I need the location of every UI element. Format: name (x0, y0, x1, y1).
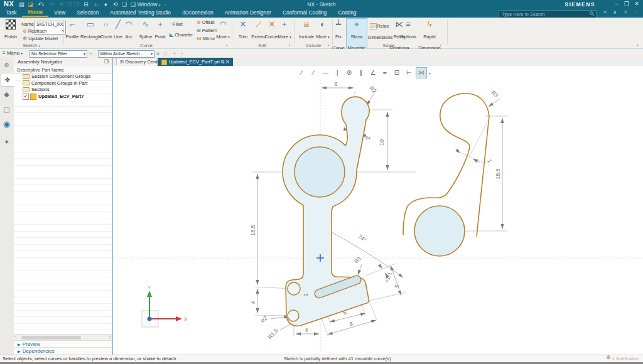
constraint-vertical-icon[interactable]: ❘ (332, 68, 342, 78)
tab-home[interactable]: Home (22, 9, 48, 17)
fillet-button[interactable]: ◝Fillet (170, 21, 183, 28)
minimize-button[interactable]: – (612, 1, 622, 7)
group-label-include: Include (295, 43, 332, 48)
close-button[interactable]: ✕ (632, 1, 642, 7)
reattach-button[interactable]: ⊛Reattach (23, 28, 47, 35)
x-axis-label: X (184, 316, 188, 322)
sketch-right-edge-line[interactable] (477, 116, 489, 237)
print-icon[interactable]: ⊟ (84, 1, 89, 8)
tab-view[interactable]: View (48, 9, 71, 17)
paste-icon[interactable]: ❐ (74, 1, 79, 8)
profile-button[interactable]: ⌐Profile (63, 19, 82, 41)
mirror-button[interactable]: ⋈Mirror (197, 36, 215, 42)
sketch-hole-upper[interactable] (288, 282, 300, 295)
fullscreen-icon[interactable]: ⌗ (603, 9, 607, 16)
scroll-right-icon[interactable]: › (109, 335, 111, 339)
edit-more-icon: + (277, 19, 292, 29)
spline-button[interactable]: ∿Spline (136, 19, 155, 41)
graphics-window[interactable]: 6 R2 10 2 18.5 4 74° R1 ≈1.1 5 1 6 8 ⌀2 … (113, 66, 643, 355)
update-model-button[interactable]: ⚙Update Model (23, 36, 58, 42)
x-axis-arrow-icon (176, 316, 182, 321)
select-shade-icon[interactable]: ◇ (163, 50, 168, 57)
selection-scope-select[interactable]: Within Active Sketch ...▾ (98, 50, 154, 58)
finish-sketch-button[interactable]: Finish (1, 19, 20, 41)
constraint-perpendicular-icon[interactable]: ∠ (368, 68, 378, 78)
tab-task[interactable]: Task (0, 9, 22, 17)
tab-3dconnexion[interactable]: 3Dconnexion (176, 9, 219, 17)
constraint-midpoint-icon[interactable]: ⊢ (404, 68, 414, 78)
rectangle-button[interactable]: ▭Rectangle (80, 19, 100, 41)
restore-button[interactable]: ❐ (622, 1, 632, 7)
chamfer-button[interactable]: ◣Chamfer (170, 32, 193, 38)
checkbox-checked-icon[interactable]: ✓ (23, 94, 29, 100)
toolbar-more-icon[interactable]: ▾ (181, 50, 183, 57)
constraint-equal-icon[interactable]: ＝ (380, 68, 390, 78)
favorites-icon[interactable]: ★▾ (93, 1, 100, 9)
constraint-point-on-curve-icon[interactable]: ∕ (308, 68, 318, 78)
tab-coating[interactable]: Coating (332, 9, 362, 17)
search-input[interactable]: Type Here to Search (499, 10, 597, 18)
redo-icon[interactable]: ↷ (49, 1, 54, 8)
arc-button[interactable]: ◠Arc (122, 19, 135, 41)
snap-point-icon[interactable]: ⌖ (89, 50, 92, 57)
auto-constrain-icon[interactable]: ⋈ (416, 67, 427, 78)
relax-dimensions-button[interactable]: 10Relax Dimensions (368, 19, 391, 41)
pattern-button[interactable]: ⊞Pattern (197, 28, 217, 34)
include-button[interactable]: ⧈Include (296, 19, 316, 41)
window-menu[interactable]: ❏ Window ▾ (131, 1, 161, 9)
part-navigator-icon[interactable]: ▢ (1, 103, 13, 115)
tab-automated-testing-studio[interactable]: Automated Testing Studio (104, 9, 176, 17)
tab-part-document[interactable]: Updated_ECV_Part7.prt ⧉ ✕ (158, 58, 233, 66)
tab-conformal-cooling[interactable]: Conformal Cooling (277, 9, 332, 17)
scrollbar-thumb[interactable] (21, 336, 81, 340)
horizontal-scrollbar[interactable]: ‹› (14, 334, 112, 340)
tools-palette-icon[interactable]: ✦ (1, 136, 13, 148)
constraint-horizontal-icon[interactable]: — (320, 68, 330, 78)
open-icon[interactable]: ◪ (28, 1, 33, 8)
close-tab-icon[interactable]: ✕ (225, 59, 229, 65)
sketch-inner-circle[interactable] (294, 147, 345, 197)
help-icon[interactable]: ? (624, 9, 627, 15)
constraint-coincident-icon[interactable]: ∕ (296, 68, 306, 78)
constraints-toolbar-more-icon[interactable]: ▾ (429, 71, 431, 75)
tab-selection[interactable]: Selection (71, 9, 104, 17)
constraint-parallel-icon[interactable]: ∥ (356, 68, 366, 78)
refresh-icon[interactable]: ⟲ (113, 1, 118, 8)
constraint-tangent-icon[interactable]: ⊘ (344, 68, 354, 78)
curve-more-button[interactable]: ◠More ▾ (216, 19, 230, 41)
sketch-right-circle[interactable] (414, 206, 465, 256)
dim-neck-width: 2 (364, 136, 371, 141)
resource-gear-icon[interactable]: ⚙ (1, 59, 13, 72)
undo-icon[interactable]: ↶▾ (38, 1, 44, 9)
dependencies-section[interactable]: ▶Dependencies (14, 347, 112, 355)
panel-undock-icon[interactable]: ❐ (104, 58, 109, 67)
include-more-button[interactable]: ◐More ▾ (315, 19, 330, 41)
assembly-navigator-icon[interactable]: ❖ (1, 73, 14, 87)
command-finder-icon[interactable]: ♦ (104, 1, 107, 8)
cut-icon[interactable]: ✕ (59, 1, 64, 8)
ribbon-options-icon[interactable]: ▾ (637, 43, 639, 47)
trim-button[interactable]: ✕Trim (235, 19, 251, 41)
tree-empty-rows (14, 100, 112, 364)
minimize-ribbon-icon[interactable]: ∧ (613, 9, 617, 15)
sketch-hole-lower[interactable] (288, 310, 299, 321)
constraint-navigator-icon[interactable]: ◆ (1, 88, 13, 100)
save-icon[interactable]: ▤ (19, 1, 24, 8)
qat-customize-icon[interactable]: ▾ (165, 1, 166, 8)
web-browser-icon[interactable]: ◉ (1, 118, 13, 131)
scroll-left-icon[interactable]: ‹ (15, 335, 16, 339)
menu-button[interactable]: ≡ Menu ▾ (3, 50, 23, 57)
group-label-curve: Curve (64, 43, 229, 48)
select-highlight-icon[interactable]: ◈ (156, 50, 160, 57)
tab-animation-designer[interactable]: Animation Designer (219, 9, 277, 17)
copy-icon[interactable]: ❐ (67, 1, 72, 8)
detach-view-icon[interactable]: ⧉ (221, 59, 224, 65)
constraint-fixed-icon[interactable]: ⊡ (392, 68, 402, 78)
quick-pick-icon[interactable]: ＋ (172, 50, 177, 57)
edit-more-button[interactable]: +More ▾ (277, 19, 292, 41)
point-button[interactable]: +Point (154, 19, 166, 41)
assembly-navigator-panel: Assembly Navigator❐ Descriptive Part Nam… (14, 58, 112, 355)
new-window-icon[interactable]: ❏ (122, 1, 127, 8)
offset-button[interactable]: ⊚Offset (197, 19, 215, 26)
selection-filter-select[interactable]: No Selection Filter▾ (30, 50, 87, 58)
